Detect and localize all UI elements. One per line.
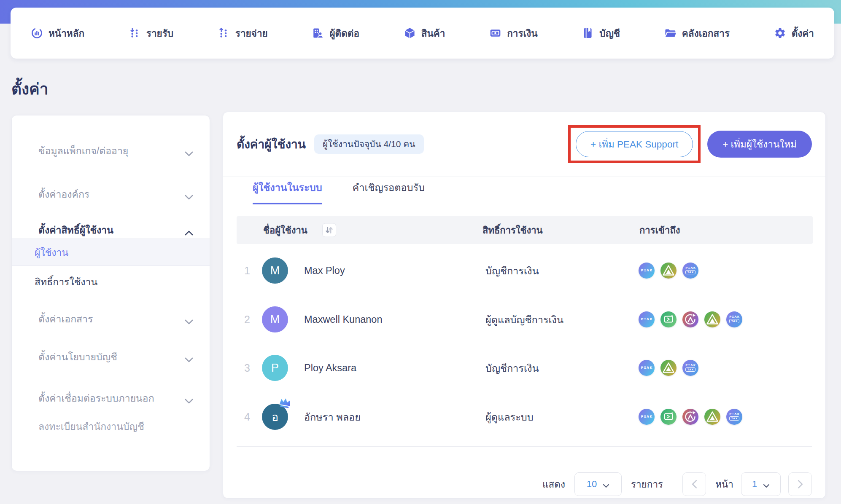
mountain-app-icon [660, 360, 677, 376]
contacts-icon [312, 27, 324, 39]
sidebar-item-document-settings[interactable]: ตั้งค่าเอกสาร [12, 306, 210, 332]
peak-tax-app-icon: PΞΛKTAX [682, 263, 698, 279]
column-header-access: การเข้าถึง [639, 223, 680, 238]
row-number: 1 [244, 265, 250, 277]
show-label: แสดง [542, 477, 565, 492]
peak-tax-app-icon: PΞΛKTAX [682, 360, 698, 376]
home-icon [31, 27, 43, 39]
row-number: 3 [244, 362, 250, 374]
column-header-role: สิทธิ์การใช้งาน [482, 223, 543, 238]
row-number: 2 [244, 314, 250, 326]
owner-crown-icon [278, 396, 293, 409]
panel-title: ตั้งค่าผู้ใช้งาน [237, 135, 306, 153]
chevron-down-icon [603, 482, 609, 486]
next-page-button[interactable] [788, 472, 812, 496]
nav-item-documents[interactable]: คลังเอกสาร [664, 26, 730, 41]
peak-app-icon: PΞΛK [639, 263, 655, 279]
board-app-icon [660, 311, 677, 327]
header-divider [223, 177, 825, 177]
mountain-app-icon [704, 409, 720, 425]
previous-page-button[interactable] [682, 472, 706, 496]
accounting-ledger-icon [582, 27, 594, 39]
compass-app-icon [682, 409, 698, 425]
avatar: อ [262, 404, 288, 430]
table-row: 4 อ อักษรา พลอย ผู้ดูแลระบบ PΞΛKPΞΛKTAX [223, 392, 826, 441]
nav-item-label: รายรับ [146, 26, 173, 41]
items-label: รายการ [631, 477, 663, 492]
expense-icon [218, 27, 230, 39]
avatar: M [262, 306, 288, 332]
sidebar-item-users[interactable]: ผู้ใช้งาน [12, 239, 210, 266]
nav-item-label: หน้าหลัก [49, 26, 84, 41]
tab-users-in-system[interactable]: ผู้ใช้งานในระบบ [253, 180, 322, 204]
chevron-down-icon [184, 354, 194, 360]
main-navigation: หน้าหลัก รายรับ รายจ่าย ผู้ติดต่อ สินค้า… [11, 8, 834, 59]
add-new-user-button[interactable]: + เพิ่มผู้ใช้งานใหม่ [707, 131, 812, 158]
chevron-up-icon [184, 227, 194, 233]
user-name: Maxwell Kunanon [304, 314, 383, 325]
peak-app-icon: PΞΛK [639, 311, 655, 327]
user-name: Ploy Aksara [304, 362, 356, 374]
sidebar-item-accounting-policy[interactable]: ตั้งค่านโยบายบัญชี [12, 344, 210, 370]
peak-tax-app-icon: PΞΛKTAX [726, 311, 742, 327]
nav-item-label: สินค้า [421, 26, 445, 41]
tab-pending-invitations[interactable]: คำเชิญรอตอบรับ [353, 180, 425, 204]
page-label: หน้า [715, 477, 733, 492]
documents-folder-icon [664, 27, 677, 39]
user-role: บัญชีการเงิน [485, 360, 539, 376]
add-peak-support-button[interactable]: + เพิ่ม PEAK Support [576, 131, 693, 157]
avatar: P [262, 355, 288, 381]
chevron-down-icon [184, 316, 194, 322]
row-number: 4 [244, 411, 250, 423]
page-title: ตั้งค่า [11, 76, 49, 101]
user-name: Max Ploy [304, 265, 345, 276]
user-name: อักษรา พลอย [304, 409, 361, 425]
nav-item-label: การเงิน [507, 26, 537, 41]
compass-app-icon [682, 311, 698, 327]
nav-item-finance[interactable]: การเงิน [489, 26, 537, 41]
table-row: 1 M Max Ploy บัญชีการเงิน PΞΛKPΞΛKTAX [223, 246, 826, 295]
board-app-icon [660, 409, 677, 425]
mountain-app-icon [660, 263, 677, 279]
sidebar-item-accounting-firm-register[interactable]: ลงทะเบียนสำนักงานบัญชี [12, 414, 210, 439]
sidebar-item-permissions[interactable]: สิทธิ์การใช้งาน [12, 269, 210, 295]
nav-item-label: ผู้ติดต่อ [329, 26, 359, 41]
avatar: M [262, 257, 288, 284]
table-header: ชื่อผู้ใช้งาน สิทธิ์การใช้งาน การเข้าถึง [237, 216, 813, 244]
table-bottom-divider [237, 446, 812, 447]
page-select[interactable]: 1 [741, 472, 781, 496]
support-button-highlight: + เพิ่ม PEAK Support [568, 125, 701, 163]
peak-app-icon: PΞΛK [639, 360, 655, 376]
table-row: 2 M Maxwell Kunanon ผู้ดูแลบัญชีการเงิน … [223, 295, 826, 344]
nav-item-settings[interactable]: ตั้งค่า [774, 26, 814, 41]
user-role: ผู้ดูแลระบบ [485, 409, 534, 425]
user-role: ผู้ดูแลบัญชีการเงิน [485, 312, 563, 327]
chevron-down-icon [184, 148, 194, 154]
nav-item-income[interactable]: รายรับ [129, 26, 173, 41]
chevron-down-icon [184, 191, 194, 197]
panel-header: ตั้งค่าผู้ใช้งาน ผู้ใช้งานปัจจุบัน 4/10 … [237, 125, 812, 164]
sidebar-item-org-settings[interactable]: ตั้งค่าองค์กร [12, 182, 210, 207]
nav-item-label: คลังเอกสาร [682, 26, 730, 41]
sidebar-item-external-connect[interactable]: ตั้งค่าเชื่อมต่อระบบภายนอก [12, 386, 210, 411]
chevron-down-icon [184, 395, 194, 401]
nav-item-accounting[interactable]: บัญชี [582, 26, 620, 41]
access-app-icons: PΞΛKPΞΛKTAX [639, 263, 698, 279]
finance-banknote-icon [489, 27, 501, 39]
pagination: แสดง 10 รายการ หน้า 1 [542, 472, 812, 496]
products-cube-icon [404, 27, 416, 39]
per-page-select[interactable]: 10 [574, 472, 622, 496]
nav-item-label: รายจ่าย [235, 26, 268, 41]
nav-item-label: บัญชี [599, 26, 620, 41]
nav-item-contacts[interactable]: ผู้ติดต่อ [312, 26, 359, 41]
mountain-app-icon [704, 311, 720, 327]
nav-item-expense[interactable]: รายจ่าย [218, 26, 268, 41]
nav-item-home[interactable]: หน้าหลัก [31, 26, 84, 41]
sidebar-item-package-info[interactable]: ข้อมูลแพ็กเกจ/ต่ออายุ [12, 138, 210, 164]
nav-item-products[interactable]: สินค้า [404, 26, 445, 41]
user-settings-panel: ตั้งค่าผู้ใช้งาน ผู้ใช้งานปัจจุบัน 4/10 … [223, 112, 826, 499]
sort-icon[interactable] [322, 223, 336, 237]
access-app-icons: PΞΛKPΞΛKTAX [639, 311, 742, 327]
user-tabs: ผู้ใช้งานในระบบ คำเชิญรอตอบรับ [253, 180, 425, 204]
peak-tax-app-icon: PΞΛKTAX [726, 409, 742, 425]
